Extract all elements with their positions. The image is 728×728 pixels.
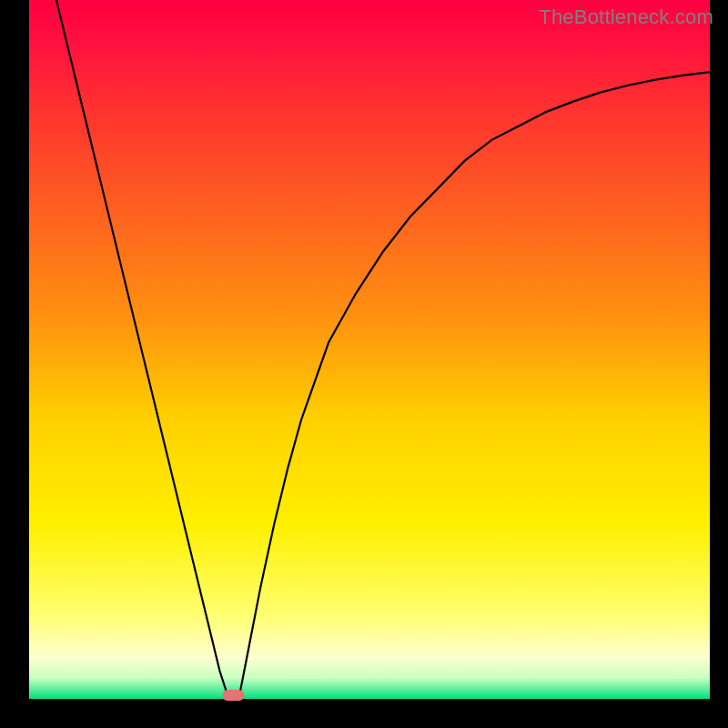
frame-bottom — [0, 699, 728, 728]
frame-right — [710, 0, 728, 728]
frame-left — [0, 0, 29, 728]
watermark-label: TheBottleneck.com — [539, 5, 713, 29]
bottleneck-chart — [0, 0, 728, 728]
optimal-point-marker — [222, 690, 244, 701]
plot-background — [29, 0, 710, 699]
chart-container: TheBottleneck.com — [0, 0, 728, 728]
